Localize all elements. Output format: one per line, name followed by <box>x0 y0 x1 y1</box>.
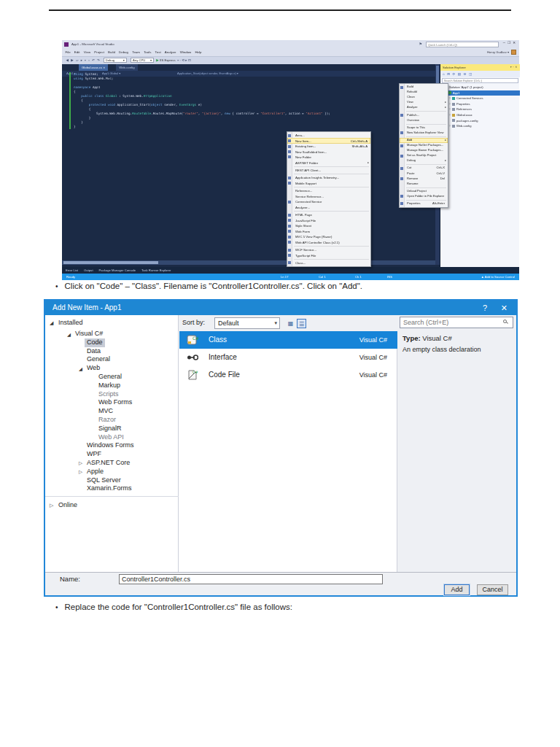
category-markup[interactable]: Markup <box>45 382 179 390</box>
menu-item-web-api-controller-class-v2-1[interactable]: Web API Controller Class (v2.1) <box>287 239 370 244</box>
category-apple[interactable]: ▷Apple <box>45 468 179 476</box>
solution-item-solution-app1-1-project[interactable]: Solution 'App1' (1 project) <box>440 85 520 90</box>
category-data[interactable]: Data <box>45 347 179 356</box>
collapsed-icon[interactable]: ▷ <box>449 107 451 112</box>
menu-item-javascript-file[interactable]: JavaScript File <box>287 218 370 223</box>
tab-global-asax-cs[interactable]: Global.asax.cs ✕ <box>79 64 108 71</box>
menu-item-properties[interactable]: PropertiesAlt+Enter <box>400 201 448 206</box>
file-name-input[interactable] <box>119 574 383 584</box>
menu-item-rename[interactable]: Rename <box>400 182 448 187</box>
code-editor[interactable]: using System;using System.Web.Mvc; names… <box>74 72 435 129</box>
collapsed-icon[interactable]: ▷ <box>449 112 451 118</box>
category-general[interactable]: General <box>45 373 179 382</box>
new-file-icon[interactable]: ▱ <box>76 57 79 64</box>
category-signalr[interactable]: SignalR <box>45 425 179 433</box>
menu-item-mvc-5-view-page-razor[interactable]: MVC 5 View Page (Razor) <box>287 234 370 239</box>
feedback-flag-icon[interactable]: ⚑ <box>419 42 422 46</box>
online-section-header[interactable]: ▷Online <box>50 501 77 508</box>
category-xamarin-forms[interactable]: Xamarin.Forms <box>45 484 179 493</box>
collapsed-icon[interactable]: ▷ <box>79 459 82 468</box>
menu-item-debug[interactable]: Debug▸ <box>400 158 448 163</box>
solution-item-packages-config[interactable]: packages.config <box>440 118 520 124</box>
collapsed-icon[interactable]: ▷ <box>50 503 58 508</box>
menu-item-view[interactable]: View▸ <box>400 100 448 105</box>
add-button[interactable]: Add <box>444 584 470 595</box>
menu-item-application-insights-telemetry[interactable]: Application Insights Telemetry... <box>287 175 370 180</box>
menu-item-cut[interactable]: CutCtrl+X <box>400 166 448 171</box>
menu-edit[interactable]: Edit <box>72 50 82 54</box>
menu-item-asp-net-folder[interactable]: ASP.NET Folder▸ <box>287 160 370 165</box>
panel-tab-output[interactable]: Output <box>84 268 93 272</box>
dialog-title-bar[interactable]: Add New Item - App1 <box>45 301 516 315</box>
menu-item-connected-service[interactable]: Connected Service <box>287 199 370 204</box>
solution-explorer-search-input[interactable] <box>442 78 518 83</box>
menu-item-new-scaffolded-item[interactable]: New Scaffolded Item... <box>287 149 370 154</box>
add-to-source-control[interactable]: ▲ Add to Source Control <box>481 274 515 280</box>
menu-item-remove[interactable]: RemoveDel <box>400 177 448 182</box>
open-file-icon[interactable]: ▸ <box>81 57 82 64</box>
forward-icon[interactable]: ▶ <box>71 57 74 64</box>
menu-item-overview[interactable]: Overview <box>400 118 448 123</box>
save-icon[interactable]: ▪ <box>85 57 86 64</box>
category-wpf[interactable]: WPF <box>45 450 179 459</box>
template-class[interactable]: C#ClassVisual C# <box>179 331 397 349</box>
menu-window[interactable]: Window <box>178 50 193 54</box>
platform-dropdown[interactable]: Any CPU▾ <box>131 58 154 63</box>
menu-item-paste[interactable]: PasteCtrl+V <box>400 171 448 176</box>
save-all-icon[interactable]: ▫ <box>88 57 90 64</box>
menu-item-clean[interactable]: Clean <box>400 95 448 100</box>
panel-tab-package-manager-console[interactable]: Package Manager Console <box>99 268 136 272</box>
menu-debug[interactable]: Debug <box>117 50 130 54</box>
medium-icons-view-button[interactable]: ▦ <box>286 319 295 328</box>
category-code[interactable]: Code <box>45 338 179 347</box>
solution-item-properties[interactable]: ▷Properties <box>440 101 520 107</box>
quick-launch-input[interactable] <box>426 42 499 47</box>
scrollbar-thumb[interactable] <box>63 261 158 264</box>
sort-by-dropdown[interactable]: Default▾ <box>214 317 280 329</box>
category-scripts[interactable]: Scripts <box>45 390 179 399</box>
horizontal-scrollbar[interactable] <box>62 260 435 265</box>
collapsed-icon[interactable]: ▷ <box>449 123 451 129</box>
menu-file[interactable]: File <box>63 50 72 54</box>
category-web-api[interactable]: Web API <box>45 433 179 442</box>
solution-item-references[interactable]: ▷References <box>440 107 520 112</box>
menu-item-publish[interactable]: Publish... <box>400 112 448 117</box>
expanded-icon[interactable]: ◢ <box>50 320 58 326</box>
installed-section-header[interactable]: ◢Installed <box>50 319 83 326</box>
menu-item-html-page[interactable]: HTML Page <box>287 212 370 217</box>
category-mvc[interactable]: MVC <box>45 407 179 416</box>
show-all-files-icon[interactable]: ▤ <box>458 72 461 76</box>
solution-explorer-header[interactable]: Solution Explorer ▾▫✕ <box>440 64 520 71</box>
menu-item-reference[interactable]: Reference... <box>287 188 370 193</box>
menu-item-new-item[interactable]: New Item...Ctrl+Shift+A <box>287 138 370 143</box>
collapse-all-icon[interactable]: ⊟ <box>447 72 450 76</box>
template-interface[interactable]: InterfaceVisual C# <box>179 349 397 366</box>
undo-icon[interactable]: ↶ <box>92 57 95 64</box>
panel-tab-task-runner-explorer[interactable]: Task Runner Explorer <box>141 268 171 272</box>
back-icon[interactable]: ◀ <box>66 57 69 64</box>
menu-item-class[interactable]: Class... <box>287 260 370 266</box>
menu-item-existing-item[interactable]: Existing Item...Shift+Alt+A <box>287 144 370 149</box>
preview-icon[interactable]: ◫ <box>469 72 472 76</box>
cancel-button[interactable]: Cancel <box>477 584 508 595</box>
menu-analyze[interactable]: Analyze <box>163 50 178 54</box>
menu-item-manage-bower-packages[interactable]: Manage Bower Packages... <box>400 148 448 153</box>
category-sql-server[interactable]: SQL Server <box>45 476 179 485</box>
category-razor[interactable]: Razor <box>45 416 179 425</box>
category-asp-net-core[interactable]: ▷ASP.NET Core <box>45 459 179 468</box>
run-icon[interactable]: ▶ <box>156 58 159 62</box>
help-icon[interactable]: ? <box>483 301 487 315</box>
redo-icon[interactable]: ↷ <box>97 57 100 64</box>
menu-item-wcf-service[interactable]: WCF Service... <box>287 247 370 252</box>
collapsed-icon[interactable]: ▷ <box>79 468 82 476</box>
menu-item-build[interactable]: Build <box>400 85 448 90</box>
config-dropdown[interactable]: Debug▾ <box>104 58 127 63</box>
category-web[interactable]: ◢Web <box>45 364 179 373</box>
run-target-label[interactable]: IIS Express <box>160 58 175 62</box>
menu-item-rest-api-client[interactable]: REST API Client... <box>287 168 370 173</box>
menu-item-new-folder[interactable]: New Folder <box>287 155 370 160</box>
close-icon[interactable]: ✕ <box>513 41 518 44</box>
menu-item-set-as-startup-project[interactable]: Set as StartUp Project <box>400 153 448 158</box>
menu-tools[interactable]: Tools <box>142 50 153 54</box>
menu-item-style-sheet[interactable]: Style Sheet <box>287 223 370 228</box>
